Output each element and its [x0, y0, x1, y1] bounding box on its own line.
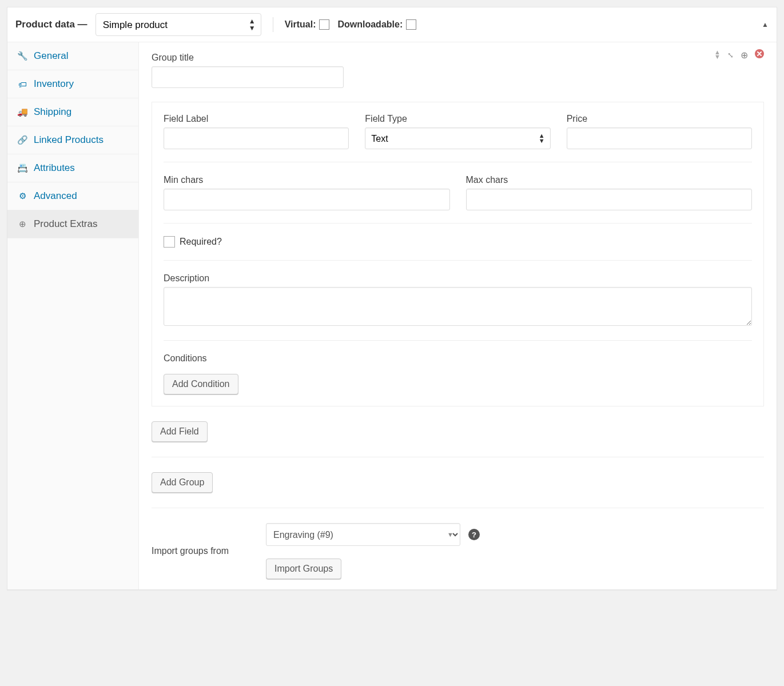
min-chars-label: Min chars [164, 175, 450, 185]
divider [164, 340, 752, 341]
divider [152, 457, 764, 457]
virtual-checkbox[interactable] [319, 19, 329, 30]
conditions-actions: Add Condition [164, 374, 752, 394]
divider [164, 162, 752, 162]
tab-shipping[interactable]: 🚚 Shipping [7, 98, 138, 126]
description-textarea[interactable] [164, 287, 752, 326]
field-type-label: Field Type [365, 114, 550, 124]
group-title-label: Group title [152, 53, 764, 63]
group-title-input[interactable] [152, 66, 344, 88]
tab-label: Linked Products [34, 134, 104, 146]
plus-circle-icon: ⊕ [17, 219, 28, 229]
add-field-button[interactable]: Add Field [152, 421, 208, 442]
field-type-select[interactable]: Text [365, 127, 550, 149]
import-row: Import groups from Engraving (#9) ▼ ? Im… [152, 523, 764, 579]
add-group-button[interactable]: Add Group [152, 472, 213, 493]
field-panel: Field Label Field Type Text ▲▼ Pr [152, 102, 764, 406]
tab-inventory[interactable]: 🏷 Inventory [7, 70, 138, 98]
required-checkbox[interactable] [164, 236, 175, 248]
price-col: Price [567, 114, 752, 149]
group-title-input-wrap [152, 66, 764, 88]
import-from-label: Import groups from [152, 546, 254, 556]
import-groups-button[interactable]: Import Groups [266, 559, 341, 579]
tab-label: Product Extras [34, 218, 98, 230]
panel-title: Product data — [15, 19, 87, 30]
gear-icon: ⚙ [17, 191, 28, 201]
field-type-select-wrap: Text ▲▼ [365, 127, 550, 149]
tab-label: Advanced [34, 190, 77, 202]
conditions-label: Conditions [164, 353, 752, 364]
tab-label: General [34, 50, 68, 62]
tab-attributes[interactable]: 📇 Attributes [7, 154, 138, 182]
import-button-row: Import Groups [266, 559, 480, 579]
sort-icon[interactable]: ▲▼ [714, 50, 721, 59]
virtual-label: Virtual: [285, 19, 316, 30]
panel-body: 🔧 General 🏷 Inventory 🚚 Shipping 🔗 Linke… [7, 42, 777, 589]
product-type-select[interactable]: Simple product [95, 13, 261, 36]
min-chars-col: Min chars [164, 175, 450, 210]
import-controls: Engraving (#9) ▼ ? Import Groups [266, 523, 480, 579]
required-label: Required? [180, 237, 222, 247]
group-actions: ▲▼ ⤡ ⊕ [714, 49, 764, 61]
max-chars-input[interactable] [466, 189, 753, 210]
divider [164, 260, 752, 261]
content-area: ▲▼ ⤡ ⊕ Group title Field Label [139, 42, 777, 589]
import-groups-select[interactable]: Engraving (#9) [266, 523, 460, 546]
card-icon: 📇 [17, 163, 28, 173]
tab-label: Shipping [34, 106, 71, 118]
help-icon[interactable]: ? [468, 529, 480, 540]
wrench-icon: 🔧 [17, 51, 28, 61]
downloadable-checkbox[interactable] [406, 19, 416, 30]
add-group-row: Add Group [152, 472, 764, 493]
tab-product-extras[interactable]: ⊕ Product Extras [7, 210, 138, 238]
divider [273, 17, 273, 32]
tab-general[interactable]: 🔧 General [7, 42, 138, 70]
downloadable-label: Downloadable: [337, 19, 403, 30]
chevron-down-icon: ▼ [447, 531, 453, 538]
max-chars-label: Max chars [466, 175, 753, 185]
virtual-checkbox-label[interactable]: Virtual: [285, 19, 330, 30]
collapse-group-icon[interactable]: ⤡ [727, 51, 734, 59]
field-label-col: Field Label [164, 114, 349, 149]
divider [164, 223, 752, 224]
collapse-icon[interactable]: ▲ [762, 21, 769, 29]
field-label-input[interactable] [164, 127, 349, 149]
field-row-1: Field Label Field Type Text ▲▼ Pr [164, 114, 752, 149]
field-type-col: Field Type Text ▲▼ [365, 114, 550, 149]
delete-icon[interactable] [755, 49, 764, 61]
field-row-2: Min chars Max chars [164, 175, 752, 210]
product-data-panel: Product data — Simple product ▲▼ Virtual… [7, 7, 777, 590]
max-chars-col: Max chars [466, 175, 753, 210]
import-select-row: Engraving (#9) ▼ ? [266, 523, 480, 546]
description-label: Description [164, 273, 752, 284]
required-row: Required? [164, 236, 752, 248]
group-header: ▲▼ ⤡ ⊕ Group title [152, 53, 764, 88]
field-label-label: Field Label [164, 114, 349, 124]
add-field-row: Add Field [152, 421, 764, 442]
panel-header: Product data — Simple product ▲▼ Virtual… [7, 7, 777, 42]
add-icon[interactable]: ⊕ [741, 50, 748, 61]
tab-linked-products[interactable]: 🔗 Linked Products [7, 126, 138, 154]
product-type-select-wrap: Simple product ▲▼ [95, 13, 261, 36]
side-tabs: 🔧 General 🏷 Inventory 🚚 Shipping 🔗 Linke… [7, 42, 139, 589]
import-select-wrap: Engraving (#9) ▼ [266, 523, 460, 546]
add-condition-button[interactable]: Add Condition [164, 374, 238, 394]
divider [152, 508, 764, 508]
tab-advanced[interactable]: ⚙ Advanced [7, 182, 138, 210]
truck-icon: 🚚 [17, 107, 28, 117]
min-chars-input[interactable] [164, 189, 450, 210]
price-label: Price [567, 114, 752, 124]
tab-label: Inventory [34, 78, 74, 90]
link-icon: 🔗 [17, 135, 28, 145]
tab-label: Attributes [34, 162, 75, 174]
tag-icon: 🏷 [17, 79, 28, 89]
price-input[interactable] [567, 127, 752, 149]
downloadable-checkbox-label[interactable]: Downloadable: [337, 19, 416, 30]
